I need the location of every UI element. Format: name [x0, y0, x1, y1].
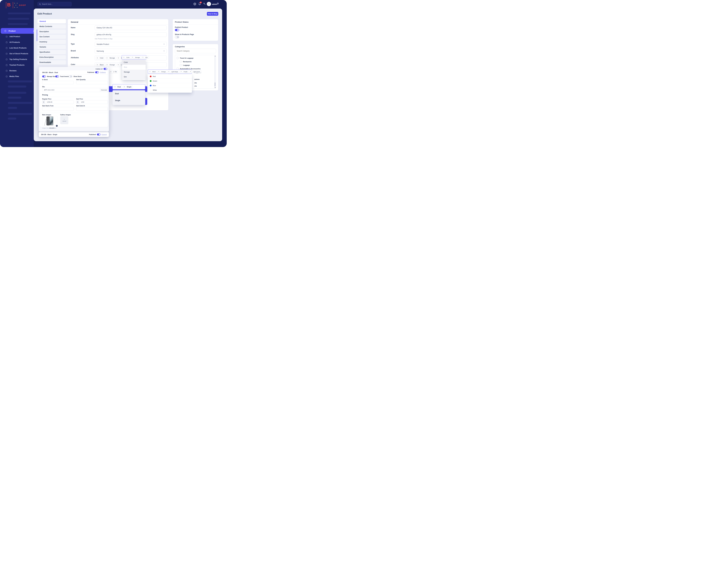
chip-remove-icon[interactable]: ✕ — [110, 71, 112, 72]
sale-starts-input[interactable] — [42, 107, 74, 111]
view-in-shop-button[interactable]: View In Shop — [207, 12, 218, 16]
sim-option-dual[interactable]: Dual — [113, 90, 145, 97]
category-checkbox[interactable] — [177, 57, 179, 59]
avatar[interactable] — [207, 2, 211, 6]
category-checkbox[interactable] — [180, 64, 182, 66]
categories-scrollbar[interactable] — [214, 55, 216, 88]
admin-user-label[interactable]: admin — [212, 3, 217, 5]
product-type-select[interactable]: Variable Product — [95, 42, 167, 46]
sidebar-item-reviews[interactable]: Reviews — [6, 70, 17, 72]
sidebar-item-all-products[interactable]: All Products — [6, 41, 20, 43]
attributes-option-size[interactable]: Size — [122, 65, 146, 69]
sale-price-input[interactable] — [79, 100, 108, 104]
chip-remove-icon[interactable]: ✕ — [149, 71, 151, 72]
tab-downloadable[interactable]: Downloadable — [38, 60, 66, 64]
show-in-products-toggle[interactable] — [175, 36, 179, 38]
chip-remove-icon[interactable]: ✕ — [189, 71, 192, 72]
sidebar-item-trashed-products[interactable]: Trashed Products — [6, 64, 24, 66]
collapse-link[interactable]: Collapse — [100, 71, 106, 73]
sale-ends-input[interactable] — [76, 107, 108, 111]
main-image-thumbnail[interactable] — [42, 116, 57, 126]
chip-remove-icon[interactable]: ✕ — [117, 64, 120, 65]
regular-price-input[interactable] — [45, 100, 74, 104]
shop-logo[interactable]: B SHOP — [6, 2, 29, 8]
color-option-white[interactable]: White — [148, 88, 192, 92]
category-checkbox[interactable] — [180, 61, 182, 62]
tab-media-contents[interactable]: Media Contents — [38, 24, 66, 28]
product-brand-select[interactable]: Samsung — [95, 49, 167, 54]
color-multiselect-focused[interactable]: ✕Black ✕Orange ✕Light Beige ✕Purple ✕Lig… — [148, 69, 192, 74]
published-toggle[interactable] — [95, 71, 99, 73]
variant-collapsed-row[interactable]: 256 GB - Black - Single Published Expand — [39, 132, 109, 137]
manage-stock-toggle[interactable] — [42, 76, 46, 78]
tab-inventory[interactable]: Inventory — [38, 40, 66, 44]
gallery-upload-button[interactable]: + Upload — [60, 116, 68, 124]
sku-input[interactable] — [42, 88, 100, 92]
sidebar-item-media-files[interactable]: Media Files — [6, 76, 19, 78]
attributes-option-storage[interactable]: Storage — [122, 69, 146, 75]
chip-remove-icon[interactable]: ✕ — [158, 71, 160, 72]
slug-helper-link[interactable]: Use Product Name in Slug — [95, 38, 113, 40]
sidebar-item-out-of-stock-products[interactable]: Out of Stock Products — [6, 52, 28, 55]
scroll-up-arrow[interactable] — [215, 56, 216, 56]
chip-remove-icon[interactable]: ✕ — [114, 86, 116, 87]
chip-remove-icon[interactable]: ✕ — [117, 57, 120, 59]
attributes-option-sim[interactable]: Sim — [122, 75, 146, 79]
sidebar-item-label: Add Product — [9, 36, 20, 38]
language-globe-icon[interactable] — [194, 3, 197, 6]
publish-product-toggle[interactable] — [175, 29, 179, 31]
tab-seo-content[interactable]: Seo Content — [38, 35, 66, 39]
attributes-option-color[interactable]: Color — [122, 60, 146, 65]
chip-remove-icon[interactable]: ✕ — [142, 57, 144, 58]
chip-remove-icon[interactable]: ✕ — [123, 57, 125, 58]
expand-link[interactable]: Expand — [102, 134, 107, 135]
settings-gear-icon[interactable]: ⚙ — [217, 2, 219, 5]
track-inventory-toggle[interactable] — [55, 76, 59, 78]
chip-remove-icon[interactable]: ✕ — [180, 71, 182, 72]
chip-remove-icon[interactable]: ✕ — [96, 64, 99, 65]
in-stock-label: In Stock — [42, 79, 48, 80]
color-option-red[interactable]: Red — [148, 74, 192, 79]
show-stock-toggle[interactable] — [69, 76, 72, 78]
color-options-dropdown: Red Green Blue White — [148, 74, 192, 93]
show-stock-toggle-row: Show Stock — [69, 76, 82, 78]
sidebar-item-low-stock-products[interactable]: Low Stock Products — [6, 47, 26, 49]
scrollbar-thumb[interactable] — [215, 82, 216, 86]
chip-remove-icon[interactable]: ✕ — [131, 57, 134, 58]
notifications-bell[interactable]: 9+ — [198, 2, 202, 6]
chip-remove-icon[interactable]: ✕ — [106, 64, 108, 65]
in-stock-input[interactable] — [42, 81, 74, 84]
api-key-icon[interactable] — [203, 3, 206, 6]
sim-option-single[interactable]: Single — [113, 97, 145, 104]
product-name-input[interactable] — [95, 25, 167, 30]
sidebar-item-add-product[interactable]: Add Product — [6, 36, 20, 38]
chip-remove-icon[interactable]: ✕ — [96, 57, 99, 59]
sidebar-skeleton-bar — [8, 18, 29, 20]
product-slug-input[interactable] — [95, 32, 167, 37]
publish-product-label: Publish Product — [175, 26, 188, 28]
chip-remove-icon[interactable]: ✕ — [168, 71, 170, 72]
tab-general[interactable]: General — [38, 19, 66, 23]
sim-options-dropdown: Dual Single — [113, 90, 145, 105]
attributes-multiselect-focused[interactable]: ✕Color ✕Storage ✕Sim — [122, 55, 146, 60]
chip-remove-icon[interactable]: ✕ — [123, 86, 126, 87]
edit-image-icon[interactable]: ✎ — [56, 125, 58, 127]
sim-multiselect-focused[interactable]: ✕Dual ✕Single — [113, 84, 145, 89]
generate-sku-button[interactable]: Generate — [100, 88, 108, 92]
tab-extra-description[interactable]: Extra Description — [38, 55, 66, 59]
publish-all-toggle[interactable] — [103, 68, 107, 70]
scroll-down-arrow[interactable] — [215, 87, 216, 88]
sidebar-item-product[interactable]: Product — [1, 28, 37, 34]
published-toggle[interactable] — [97, 133, 101, 135]
search-input[interactable] — [42, 3, 67, 5]
alert-quantity-input[interactable] — [76, 81, 108, 84]
submenu-icon — [6, 41, 7, 43]
tab-variants[interactable]: Variants — [38, 45, 66, 49]
sidebar-item-top-selling-products[interactable]: Top Selling Products — [6, 58, 27, 60]
category-search-input[interactable] — [175, 49, 216, 53]
tab-specification[interactable]: Specification — [38, 50, 66, 54]
color-option-green[interactable]: Green — [148, 79, 192, 83]
color-option-blue[interactable]: Blue — [148, 83, 192, 88]
chip-remove-icon[interactable]: ✕ — [106, 57, 108, 59]
tab-description[interactable]: Description — [38, 29, 66, 34]
